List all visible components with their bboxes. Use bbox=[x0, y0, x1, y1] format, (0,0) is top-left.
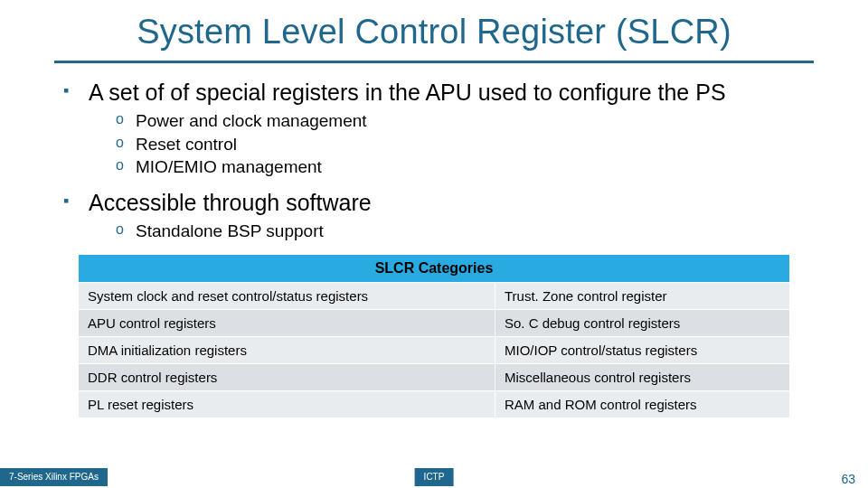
table-cell: Trust. Zone control register bbox=[495, 282, 790, 309]
footer: 7-Series Xilinx FPGAs ICTP 63 bbox=[0, 468, 868, 488]
slcr-categories-table: SLCR Categories System clock and reset c… bbox=[78, 254, 790, 418]
footer-center: ICTP bbox=[415, 468, 454, 486]
table-row: DMA initialization registers MIO/IOP con… bbox=[79, 336, 790, 363]
table-cell: So. C debug control registers bbox=[495, 309, 790, 336]
bullet-item: Accessible through software Standalone B… bbox=[63, 190, 805, 243]
slide: System Level Control Register (SLCR) A s… bbox=[0, 0, 868, 488]
table-cell: DMA initialization registers bbox=[79, 336, 495, 363]
content-area: A set of of special registers in the APU… bbox=[54, 63, 814, 418]
bullet-item: A set of of special registers in the APU… bbox=[63, 80, 805, 179]
table-row: DDR control registers Miscellaneous cont… bbox=[79, 363, 790, 390]
table-row: PL reset registers RAM and ROM control r… bbox=[79, 390, 790, 418]
table-row: APU control registers So. C debug contro… bbox=[79, 309, 790, 336]
page-number: 63 bbox=[841, 472, 855, 486]
table-header: SLCR Categories bbox=[79, 254, 790, 282]
bullet-text: Accessible through software bbox=[89, 190, 372, 215]
table-cell: Miscellaneous control registers bbox=[495, 363, 790, 390]
table-header-row: SLCR Categories bbox=[79, 254, 790, 282]
sub-bullet-item: Reset control bbox=[89, 133, 805, 156]
table-row: System clock and reset control/status re… bbox=[79, 282, 790, 309]
sub-bullet-item: Power and clock management bbox=[89, 109, 805, 133]
bullet-list: A set of of special registers in the APU… bbox=[63, 80, 805, 243]
table-cell: System clock and reset control/status re… bbox=[79, 282, 495, 309]
table-container: SLCR Categories System clock and reset c… bbox=[78, 254, 790, 418]
table-cell: MIO/IOP control/status registers bbox=[495, 336, 790, 363]
table-cell: RAM and ROM control registers bbox=[495, 390, 790, 418]
bullet-text: A set of of special registers in the APU… bbox=[89, 80, 726, 105]
sub-bullet-item: MIO/EMIO management bbox=[89, 155, 805, 179]
table-cell: APU control registers bbox=[79, 309, 495, 336]
footer-left: 7-Series Xilinx FPGAs bbox=[0, 468, 108, 486]
table-cell: DDR control registers bbox=[79, 363, 495, 390]
sub-bullet-list: Standalone BSP support bbox=[89, 220, 805, 243]
slide-title: System Level Control Register (SLCR) bbox=[54, 13, 814, 52]
sub-bullet-item: Standalone BSP support bbox=[89, 220, 805, 243]
table-cell: PL reset registers bbox=[79, 390, 495, 418]
sub-bullet-list: Power and clock management Reset control… bbox=[89, 109, 805, 179]
